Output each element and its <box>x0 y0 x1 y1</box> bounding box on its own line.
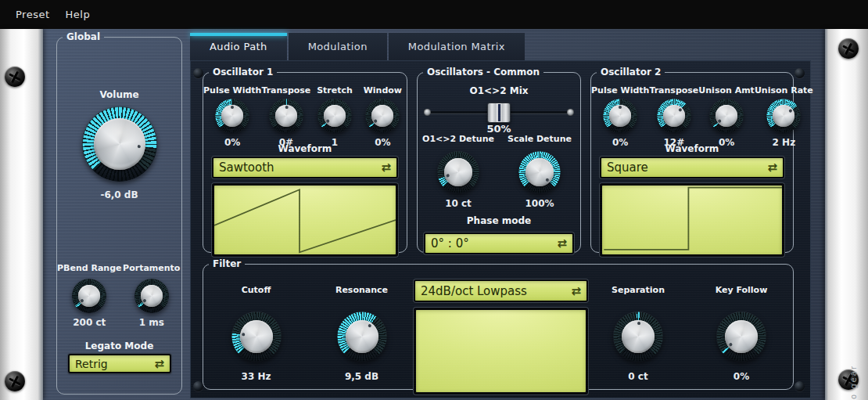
osc1-waveform-label: Waveform <box>203 143 407 154</box>
calf-logo: Calf studio gear <box>841 365 865 400</box>
knob-cell-scale-detune: Scale Detune100% <box>499 134 580 209</box>
knob-cell-o1-2-detune: O1<>2 Detune10 ct <box>418 134 499 209</box>
screw-icon <box>794 68 805 78</box>
oscillator-2-title: Oscillator 2 <box>597 67 665 77</box>
knob-label: Transpose <box>261 85 310 96</box>
knob-pbend-range[interactable] <box>72 279 106 313</box>
knob-transpose[interactable] <box>269 99 303 133</box>
knob-pulse-width[interactable] <box>603 99 637 133</box>
knob-unison-rate[interactable] <box>766 99 801 133</box>
knob-cell-portamento: Portamento1 ms <box>122 263 182 328</box>
filter-type-select[interactable]: 24dB/oct Lowpass ⇄ <box>414 279 588 302</box>
knob-key-follow[interactable] <box>716 312 766 362</box>
oscillator-1-title: Oscillator 1 <box>209 67 277 77</box>
knob-value: 0 ct <box>628 371 647 382</box>
legato-mode-select[interactable]: Retrig ⇄ <box>68 354 171 373</box>
knob-face <box>725 320 758 353</box>
swap-arrows-icon: ⇄ <box>767 160 777 175</box>
knob-cell-transpose: Transpose12# <box>649 85 698 148</box>
osc1-waveform-select[interactable]: Sawtooth ⇄ <box>212 157 398 178</box>
osc2-waveform-display <box>600 183 784 257</box>
plugin-window: PresetHelp Calf studio gear Global Volum… <box>0 0 868 400</box>
knob-window[interactable] <box>365 99 400 133</box>
calf-logo-sub: studio gear <box>848 365 857 400</box>
knob-cell-pulse-width: Pulse Width0% <box>203 85 261 148</box>
volume-knob-cell: Volume-6,0 dB <box>57 89 181 200</box>
swap-arrows-icon: ⇄ <box>557 236 567 250</box>
osc2-waveform-wave <box>602 186 782 254</box>
knob-face <box>525 158 554 186</box>
knob-cell-window: Window0% <box>359 85 407 148</box>
legato-mode-value: Retrig <box>75 358 151 370</box>
knob-label: Pulse Width <box>591 85 649 96</box>
knob-label: Window <box>364 85 402 96</box>
screw-icon <box>5 67 25 87</box>
tab-modulation-matrix[interactable]: Modulation Matrix <box>389 33 525 60</box>
knob-value: 0% <box>733 371 749 382</box>
filter-type-value: 24dB/oct Lowpass <box>421 284 568 298</box>
phase-mode-select-inner[interactable]: 0° : 0° ⇄ <box>425 234 572 253</box>
legato-mode-label: Legato Mode <box>57 341 181 351</box>
mix-slider-handle[interactable] <box>487 103 511 123</box>
knob-cell-transpose: Transpose0# <box>261 85 310 148</box>
filter-type-select-inner[interactable]: 24dB/oct Lowpass ⇄ <box>415 281 586 301</box>
swap-arrows-icon: ⇄ <box>154 357 164 371</box>
knob-o1-2-detune[interactable] <box>437 151 479 193</box>
osc2-waveform-label: Waveform <box>591 143 793 154</box>
knob-label: Scale Detune <box>508 134 572 145</box>
filter-knob-row-right: Separation0 ctKey Follow0% <box>586 285 793 382</box>
knob-face <box>94 118 145 170</box>
mix-slider[interactable] <box>425 101 572 124</box>
knob-unison-amt[interactable] <box>709 99 744 133</box>
knob-resonance[interactable] <box>337 312 387 362</box>
osc2-waveform-select-inner[interactable]: Square ⇄ <box>601 158 783 177</box>
screw-icon <box>193 68 203 78</box>
swap-arrows-icon: ⇄ <box>381 160 391 175</box>
knob-label: Volume <box>99 89 138 100</box>
knob-pulse-width[interactable] <box>215 99 249 133</box>
phase-mode-value: 0° : 0° <box>431 236 554 250</box>
osc1-waveform-select-inner[interactable]: Sawtooth ⇄ <box>213 158 396 177</box>
rack-rail-left <box>0 29 43 400</box>
knob-value: 200 ct <box>73 317 106 328</box>
knob-face <box>663 105 685 127</box>
tabbar: Audio PathModulationModulation Matrix <box>190 33 525 60</box>
knob-label: Pulse Width <box>203 85 261 96</box>
screw-icon <box>5 371 25 391</box>
knob-face <box>716 105 737 127</box>
knob-face <box>346 320 378 353</box>
knob-face <box>240 320 273 353</box>
phase-mode-select[interactable]: 0° : 0° ⇄ <box>424 232 574 254</box>
knob-cell-stretch: Stretch1 <box>310 85 358 148</box>
knob-value: 9,5 dB <box>345 371 378 382</box>
tab-modulation[interactable]: Modulation <box>289 33 387 60</box>
knob-scale-detune[interactable] <box>518 151 561 193</box>
knob-volume[interactable] <box>82 106 157 182</box>
global-panel-title: Global <box>63 31 104 42</box>
knob-label: Portamento <box>123 263 180 274</box>
knob-portamento[interactable] <box>135 279 169 313</box>
knob-label: Key Follow <box>716 285 768 296</box>
knob-indicator-dot <box>137 145 140 148</box>
knob-separation[interactable] <box>613 312 663 362</box>
knob-label: Transpose <box>649 85 698 96</box>
menu-help[interactable]: Help <box>58 2 99 27</box>
slider-end-nub <box>424 109 431 116</box>
legato-mode-select-inner[interactable]: Retrig ⇄ <box>70 355 170 372</box>
phase-mode-label: Phase mode <box>418 215 580 226</box>
knob-stretch[interactable] <box>317 99 352 133</box>
knob-label: Resonance <box>335 285 388 296</box>
mix-label: O1<>2 Mix <box>418 85 580 96</box>
filter-response-display <box>414 308 588 395</box>
menu-preset[interactable]: Preset <box>8 2 58 27</box>
knob-cell-cutoff: Cutoff33 Hz <box>203 285 309 382</box>
osc2-waveform-select[interactable]: Square ⇄ <box>600 157 784 178</box>
menubar: PresetHelp <box>0 0 868 29</box>
knob-label: Stretch <box>317 85 353 96</box>
tab-audio-path[interactable]: Audio Path <box>190 33 287 60</box>
knob-face <box>444 158 472 186</box>
knob-transpose[interactable] <box>657 99 691 133</box>
knob-cell-pulse-width: Pulse Width0% <box>591 85 649 148</box>
knob-cutoff[interactable] <box>231 312 282 362</box>
osc1-waveform-wave <box>214 186 396 254</box>
